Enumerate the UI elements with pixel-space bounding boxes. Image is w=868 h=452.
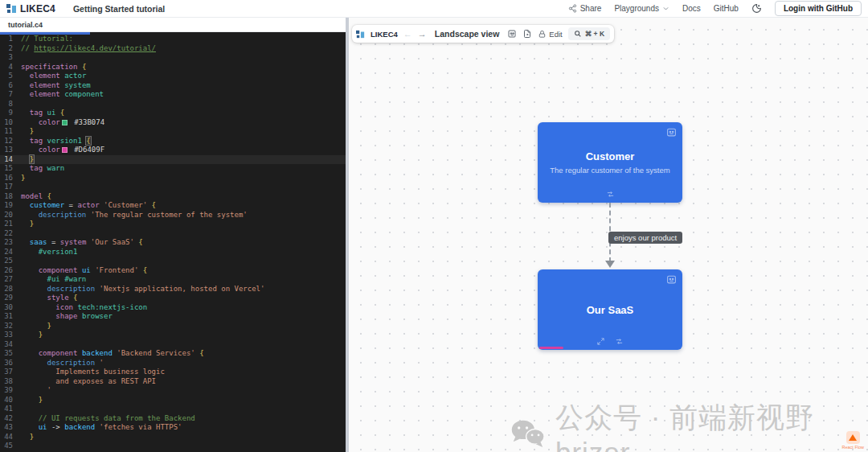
export-button[interactable] bbox=[522, 29, 532, 39]
node-customer[interactable]: Customer The regular customer of the sys… bbox=[538, 122, 682, 203]
export-icon bbox=[522, 29, 532, 39]
share-label: Share bbox=[580, 4, 602, 13]
docs-label: Docs bbox=[682, 4, 701, 13]
editor-pane: tutorial.c4 1// Tutorial:2// https://lik… bbox=[0, 18, 346, 452]
edge-label[interactable]: enjoys our product bbox=[608, 232, 682, 244]
likec4-logo[interactable]: LIKEC4 bbox=[6, 3, 55, 14]
version-tag-bar bbox=[539, 347, 563, 349]
moon-stars-icon bbox=[751, 3, 762, 14]
history-back-button[interactable]: ← bbox=[403, 30, 412, 39]
edit-button[interactable]: Edit bbox=[538, 30, 562, 39]
edge-arrowhead bbox=[605, 261, 615, 268]
header-nav: Share Playgrounds Docs GitHub Login wi bbox=[568, 1, 862, 16]
history-forward-button[interactable]: → bbox=[418, 30, 427, 39]
react-flow-label: React Flow bbox=[841, 445, 864, 450]
login-with-github-button[interactable]: Login with GitHub bbox=[775, 1, 862, 16]
diagram-toolbar: LIKEC4 ← → Landscape view Edit bbox=[352, 25, 614, 43]
chevron-down-icon bbox=[662, 5, 669, 12]
view-title: Landscape view bbox=[435, 29, 500, 39]
wechat-icon bbox=[510, 417, 546, 451]
theme-toggle-button[interactable] bbox=[751, 3, 762, 14]
element-details-icon[interactable] bbox=[666, 127, 677, 138]
docs-link[interactable]: Docs bbox=[682, 4, 701, 13]
editor-accent-bar bbox=[0, 32, 90, 35]
likec4-logo-icon bbox=[6, 3, 17, 14]
node-our-saas[interactable]: Our SaaS bbox=[538, 269, 682, 350]
lock-icon bbox=[538, 30, 547, 39]
react-flow-attribution[interactable]: React Flow bbox=[841, 431, 864, 450]
search-kbd-hint: ⌘ + K bbox=[585, 30, 604, 38]
fit-view-button[interactable] bbox=[507, 29, 517, 39]
browse-relationships-icon[interactable] bbox=[606, 190, 615, 199]
diagram-canvas[interactable]: LIKEC4 ← → Landscape view Edit bbox=[349, 18, 868, 452]
editor-tabbar: tutorial.c4 bbox=[0, 18, 346, 32]
zoom-into-icon[interactable] bbox=[596, 337, 605, 346]
watermark-text: 公众号 · 前端新视野brizer bbox=[555, 399, 868, 452]
code-editor[interactable]: 1// Tutorial:2// https://likec4.dev/tuto… bbox=[0, 32, 346, 452]
share-icon bbox=[568, 4, 577, 13]
brand-name: LIKEC4 bbox=[20, 3, 55, 14]
page-title: Getting Started tutorial bbox=[73, 4, 165, 14]
browse-relationships-icon[interactable] bbox=[615, 337, 624, 346]
code-lines[interactable]: 1// Tutorial:2// https://likec4.dev/tuto… bbox=[0, 35, 346, 452]
diagram-brand: LIKEC4 bbox=[371, 30, 398, 39]
fit-view-icon bbox=[507, 29, 517, 39]
edit-label: Edit bbox=[549, 30, 562, 39]
node-description: The regular customer of the system bbox=[550, 166, 669, 175]
warning-triangle-icon bbox=[846, 431, 860, 444]
node-actions bbox=[538, 337, 682, 346]
github-link[interactable]: GitHub bbox=[714, 4, 739, 13]
element-details-icon[interactable] bbox=[666, 274, 677, 285]
node-title: Our SaaS bbox=[587, 304, 634, 316]
search-button[interactable]: ⌘ + K bbox=[568, 27, 610, 40]
playgrounds-menu[interactable]: Playgrounds bbox=[614, 4, 669, 13]
search-icon bbox=[574, 30, 582, 38]
playgrounds-label: Playgrounds bbox=[614, 4, 659, 13]
likec4-logo-icon bbox=[356, 30, 365, 39]
node-title: Customer bbox=[586, 150, 635, 162]
share-button[interactable]: Share bbox=[568, 4, 602, 13]
watermark: 公众号 · 前端新视野brizer bbox=[510, 399, 868, 452]
github-label: GitHub bbox=[714, 4, 739, 13]
node-actions bbox=[538, 190, 682, 199]
top-header: LIKEC4 Getting Started tutorial Share Pl… bbox=[0, 0, 868, 18]
likec4-playground-app: LIKEC4 Getting Started tutorial Share Pl… bbox=[0, 0, 868, 452]
tab-tutorial-c4[interactable]: tutorial.c4 bbox=[8, 21, 43, 29]
